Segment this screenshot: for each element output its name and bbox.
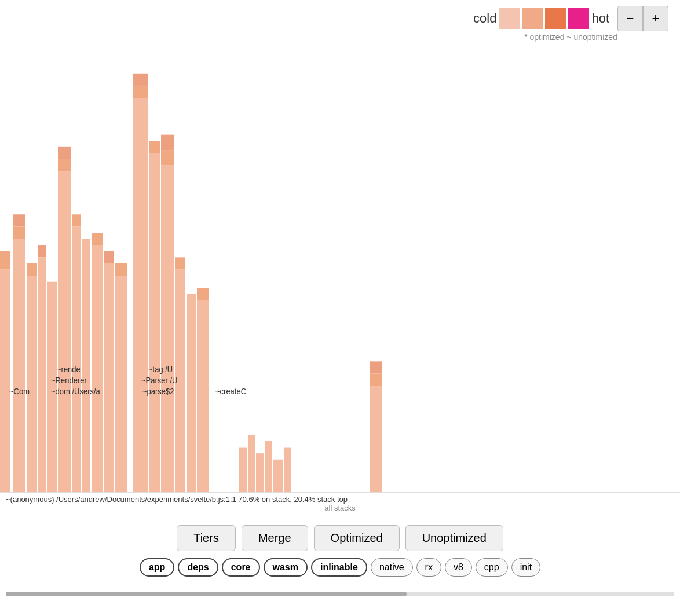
tier-btn-unoptimized[interactable]: Unoptimized <box>405 525 503 551</box>
svg-text:~parse$2: ~parse$2 <box>142 387 174 396</box>
svg-rect-11 <box>58 171 71 515</box>
svg-rect-7 <box>27 263 37 276</box>
svg-rect-32 <box>175 257 185 269</box>
svg-rect-17 <box>92 245 103 515</box>
svg-rect-12 <box>58 159 71 171</box>
svg-rect-31 <box>175 270 185 515</box>
svg-rect-29 <box>161 150 174 165</box>
filter-btn-rx[interactable]: rx <box>416 558 441 577</box>
cold-swatch-1 <box>499 8 520 29</box>
svg-rect-5 <box>13 214 25 226</box>
svg-text:~tag /U: ~tag /U <box>148 365 173 374</box>
svg-rect-26 <box>149 153 160 515</box>
svg-text:~dom /Users/a: ~dom /Users/a <box>51 387 100 396</box>
chart-area[interactable]: ~compile /Users/andrew/Documents/exp ~(a… <box>0 55 680 515</box>
svg-text:~Com: ~Com <box>9 387 30 396</box>
svg-rect-34 <box>197 300 209 515</box>
svg-rect-27 <box>149 141 160 153</box>
status-bar: ~(anonymous) /Users/andrew/Documents/exp… <box>0 492 680 515</box>
status-line1: ~(anonymous) /Users/andrew/Documents/exp… <box>6 495 674 504</box>
svg-rect-3 <box>13 239 25 515</box>
scrollbar-area[interactable] <box>6 592 674 599</box>
svg-rect-23 <box>133 98 148 515</box>
bottom-controls: TiersMergeOptimizedUnoptimized appdepsco… <box>0 525 680 581</box>
filter-btn-v8[interactable]: v8 <box>445 558 472 577</box>
svg-text:~Parser /U: ~Parser /U <box>141 376 177 385</box>
flamegraph-chart[interactable]: ~compile /Users/andrew/Documents/exp ~(a… <box>0 55 680 515</box>
filter-btn-app[interactable]: app <box>140 558 174 577</box>
legend-subtitle: * optimized ~ unoptimized <box>524 32 617 42</box>
scrollbar-thumb[interactable] <box>6 592 407 596</box>
svg-rect-8 <box>38 257 46 515</box>
svg-rect-35 <box>197 288 209 300</box>
svg-text:~rende: ~rende <box>57 365 81 374</box>
status-line2: all stacks <box>6 504 674 512</box>
filter-btn-wasm[interactable]: wasm <box>264 558 308 577</box>
cold-swatch-2 <box>522 8 543 29</box>
svg-rect-30 <box>161 135 174 150</box>
svg-text:~Renderer: ~Renderer <box>51 376 87 385</box>
hot-swatch <box>568 8 589 29</box>
svg-rect-10 <box>47 282 57 515</box>
filter-btn-deps[interactable]: deps <box>178 558 218 577</box>
svg-rect-19 <box>104 263 114 515</box>
tier-btn-tiers[interactable]: Tiers <box>177 525 236 551</box>
svg-rect-24 <box>133 86 148 98</box>
zoom-in-button[interactable]: + <box>643 6 668 31</box>
filter-btn-cpp[interactable]: cpp <box>476 558 508 577</box>
tier-buttons: TiersMergeOptimizedUnoptimized <box>177 525 503 551</box>
cold-label: cold <box>473 11 496 26</box>
tier-btn-optimized[interactable]: Optimized <box>314 525 400 551</box>
svg-rect-22 <box>115 263 127 276</box>
scrollbar-track <box>6 592 674 596</box>
svg-rect-25 <box>133 74 148 86</box>
filter-btn-core[interactable]: core <box>222 558 260 577</box>
svg-rect-15 <box>72 214 81 226</box>
zoom-controls: − + <box>617 6 668 31</box>
svg-rect-13 <box>58 147 71 159</box>
svg-rect-18 <box>92 233 103 245</box>
svg-rect-9 <box>38 245 46 257</box>
legend: cold hot − + * optimized ~ unoptimized <box>473 6 668 42</box>
svg-rect-33 <box>187 294 196 515</box>
filter-btn-inlinable[interactable]: inlinable <box>311 558 367 577</box>
svg-rect-43 <box>370 374 382 386</box>
svg-rect-20 <box>104 251 114 263</box>
svg-rect-28 <box>161 166 174 515</box>
filter-btn-native[interactable]: native <box>371 558 413 577</box>
zoom-out-button[interactable]: − <box>617 6 643 31</box>
svg-rect-21 <box>115 276 127 515</box>
svg-rect-4 <box>13 226 25 239</box>
filter-btn-init[interactable]: init <box>511 558 540 577</box>
filter-buttons: appdepscorewasminlinablenativerxv8cppini… <box>140 558 540 577</box>
svg-text:~createC: ~createC <box>215 387 246 396</box>
hot-label: hot <box>591 11 609 26</box>
svg-rect-2 <box>0 251 10 270</box>
cold-swatch-3 <box>545 8 566 29</box>
svg-rect-44 <box>370 361 382 373</box>
tier-btn-merge[interactable]: Merge <box>242 525 308 551</box>
